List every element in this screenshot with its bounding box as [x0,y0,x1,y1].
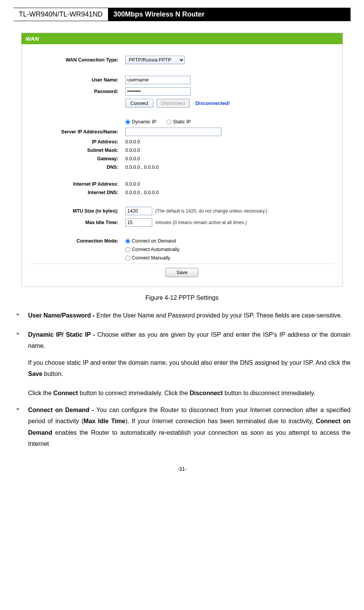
page-number: -31- [13,466,351,472]
mit-bold: Max Idle Time [83,418,125,424]
password-input[interactable] [125,87,191,96]
password-label: Password: [29,89,125,94]
bullet-dynamic-static: ➢ Dynamic IP/ Static IP - Choose either … [13,329,351,385]
server-ip-label: Server IP Address/Name: [29,129,125,135]
static-ip-radio[interactable]: Static IP [166,119,191,125]
mode-auto-radio[interactable]: Connect Automatically [125,247,180,252]
dns-label: DNS: [29,165,125,170]
conn-mode-label: Connection Mode: [29,238,125,244]
subnet-mask-label: Subnet Mask: [29,148,125,153]
ip-address-value: 0.0.0.0 [125,139,335,145]
figure-caption: Figure 4-12 PPTP Settings [13,294,351,301]
gateway-value: 0.0.0.0 [125,156,335,161]
idle-hint: minutes (0 means remain active at all ti… [155,220,247,225]
disconnect-bold: Disconnect [189,390,223,396]
bullet-bold: Connect on Demand - [28,407,94,413]
page-header: TL-WR940N/TL-WR941ND 300Mbps Wireless N … [13,8,351,21]
gateway-label: Gateway: [29,156,125,161]
dynamic-ip-radio[interactable]: Dynamic IP [125,119,156,125]
internet-dns-value: 0.0.0.0 , 0.0.0.0 [125,190,335,195]
conn-type-select[interactable]: PPTP/Russia PPTP [125,56,185,64]
save-button[interactable]: Save [166,268,198,277]
ip-address-label: IP Address: [29,139,125,145]
server-ip-input[interactable] [125,128,221,136]
mode-auto-label: Connect Automatically [132,247,180,252]
static-ip-label: Static IP [173,119,191,125]
idle-label: Max Idle Time: [29,220,125,225]
subnet-mask-value: 0.0.0.0 [125,148,335,153]
mode-auto-radio-input[interactable] [125,247,130,252]
dynamic-ip-radio-input[interactable] [125,120,130,125]
mtu-label: MTU Size (in bytes): [29,208,125,214]
bullet-username: ➢ User Name/Password - Enter the User Na… [13,310,351,327]
wan-panel: WAN WAN Connection Type: PPTP/Russia PPT… [21,33,343,287]
bullet-text: ). If your Internet connection has been … [125,418,316,424]
internet-ip-value: 0.0.0.0 [125,181,335,187]
bullet-text: enables the Router to automatically re-e… [28,429,351,447]
panel-body: WAN Connection Type: PPTP/Russia PPTP Us… [22,44,342,286]
bullet-bold: User Name/Password - [28,312,95,319]
mode-manual-radio-input[interactable] [125,256,130,261]
note-text: button. [42,371,63,377]
connect-button[interactable]: Connect [125,99,153,108]
mode-manual-label: Connect Manually [132,255,170,261]
disconnect-button[interactable]: Disconnect [156,99,190,108]
mode-demand-radio-input[interactable] [125,239,130,244]
click-text: Click the [28,390,53,396]
dns-value: 0.0.0.0 , 0.0.0.0 [125,165,335,170]
note-text: If you choose static IP and enter the do… [28,359,351,366]
mtu-hint: (The default is 1420, do not change unle… [155,208,267,214]
bullet-text: Enter the User Name and Password provide… [95,312,342,319]
mode-demand-label: Connect on Demand [132,238,176,244]
internet-ip-label: Internet IP Address: [29,181,125,187]
click-text: button to disconnect immediately. [223,390,316,396]
product-title: 300Mbps Wireless N Router [108,8,351,21]
bullet-icon: ➢ [13,329,28,385]
model-number: TL-WR940N/TL-WR941ND [13,8,108,21]
bullet-bold: Dynamic IP/ Static IP - [28,331,95,338]
click-text: button to connect immediately. Click the [78,390,190,396]
connect-bold: Connect [53,390,78,396]
username-input[interactable] [125,76,191,84]
bullet-icon: ➢ [13,310,28,327]
bullet-connect-demand: ➢ Connect on Demand - You can configure … [13,404,351,455]
username-label: User Name: [29,77,125,83]
panel-title: WAN [22,33,342,44]
bullet-icon: ➢ [13,404,28,455]
conn-type-label: WAN Connection Type: [29,57,125,63]
connection-status: Disconnected! [195,100,230,106]
mtu-input[interactable] [125,207,152,215]
idle-input[interactable] [125,218,152,227]
static-ip-radio-input[interactable] [166,120,171,125]
save-bold: Save [28,371,42,377]
mode-manual-radio[interactable]: Connect Manually [125,255,170,261]
mode-demand-radio[interactable]: Connect on Demand [125,238,176,244]
internet-dns-label: Internet DNS: [29,190,125,195]
dynamic-ip-label: Dynamic IP [132,119,156,125]
